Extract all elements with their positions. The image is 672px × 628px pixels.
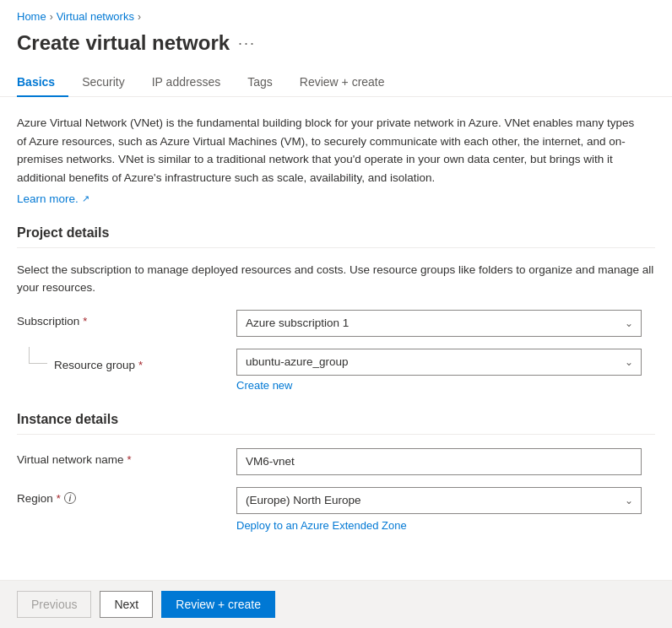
tab-basics[interactable]: Basics: [17, 68, 68, 97]
learn-more-label: Learn more.: [17, 192, 79, 205]
subscription-select-wrapper: Azure subscription 1 ⌄: [236, 310, 642, 337]
intro-text: Azure Virtual Network (VNet) is the fund…: [17, 114, 642, 187]
page-title-row: Create virtual network ···: [0, 28, 672, 68]
previous-button[interactable]: Previous: [17, 591, 91, 618]
vnet-name-label-col: Virtual network name *: [17, 448, 236, 466]
footer: Previous Next Review + create: [0, 580, 672, 628]
region-info-icon[interactable]: i: [64, 492, 76, 504]
tab-tags[interactable]: Tags: [234, 68, 286, 97]
next-button[interactable]: Next: [100, 591, 153, 618]
subscription-select[interactable]: Azure subscription 1: [236, 310, 642, 337]
subscription-control-col: Azure subscription 1 ⌄: [236, 310, 655, 337]
vnet-name-input[interactable]: [236, 448, 642, 475]
subscription-required: *: [83, 315, 87, 328]
resource-group-select[interactable]: ubuntu-azure_group: [236, 349, 642, 376]
tab-security[interactable]: Security: [68, 68, 138, 97]
vnet-name-group: Virtual network name *: [17, 448, 655, 475]
resource-group-group: Resource group * ubuntu-azure_group ⌄ Cr…: [17, 349, 655, 392]
tab-review-create[interactable]: Review + create: [286, 68, 398, 97]
subscription-group: Subscription * Azure subscription 1 ⌄: [17, 310, 655, 337]
breadcrumb: Home › Virtual networks ›: [0, 0, 672, 28]
page-title-menu-icon[interactable]: ···: [238, 35, 256, 52]
breadcrumb-virtual-networks[interactable]: Virtual networks: [57, 10, 134, 23]
external-link-icon: ↗: [82, 193, 89, 204]
instance-divider: [17, 434, 655, 435]
project-details-title: Project details: [17, 225, 655, 241]
resource-group-select-wrapper: ubuntu-azure_group ⌄: [236, 349, 642, 376]
vnet-name-required: *: [127, 453, 132, 466]
resource-group-label-col: Resource group *: [17, 349, 236, 371]
subscription-label-col: Subscription *: [17, 310, 236, 328]
region-select[interactable]: (Europe) North Europe(US) East US(US) We…: [236, 487, 642, 514]
subscription-label: Subscription *: [17, 315, 236, 328]
resource-group-label: Resource group *: [54, 354, 143, 371]
project-details-desc: Select the subscription to manage deploy…: [17, 262, 655, 296]
create-new-link[interactable]: Create new: [236, 379, 655, 392]
breadcrumb-sep-1: ›: [50, 11, 53, 23]
azure-extended-zone-link[interactable]: Deploy to an Azure Extended Zone: [236, 519, 655, 532]
tabs-bar: Basics Security IP addresses Tags Review…: [0, 68, 672, 97]
region-select-wrapper: (Europe) North Europe(US) East US(US) We…: [236, 487, 642, 514]
page-title: Create virtual network: [17, 31, 230, 55]
learn-more-link[interactable]: Learn more. ↗: [17, 192, 89, 205]
breadcrumb-home[interactable]: Home: [17, 10, 46, 23]
instance-details-title: Instance details: [17, 412, 655, 427]
tab-ip-addresses[interactable]: IP addresses: [138, 68, 234, 97]
region-required: *: [57, 492, 61, 505]
resource-group-required: *: [138, 359, 143, 371]
project-divider: [17, 247, 655, 248]
region-group: Region * i (Europe) North Europe(US) Eas…: [17, 487, 655, 532]
review-create-button[interactable]: Review + create: [161, 591, 275, 618]
region-label: Region * i: [17, 492, 236, 505]
breadcrumb-sep-2: ›: [138, 11, 141, 23]
region-control-col: (Europe) North Europe(US) East US(US) We…: [236, 487, 655, 532]
region-label-col: Region * i: [17, 487, 236, 505]
vnet-name-control-col: [236, 448, 655, 475]
vnet-name-label: Virtual network name *: [17, 453, 236, 466]
resource-group-control-col: ubuntu-azure_group ⌄ Create new: [236, 349, 655, 392]
main-content: Azure Virtual Network (VNet) is the fund…: [0, 97, 672, 580]
